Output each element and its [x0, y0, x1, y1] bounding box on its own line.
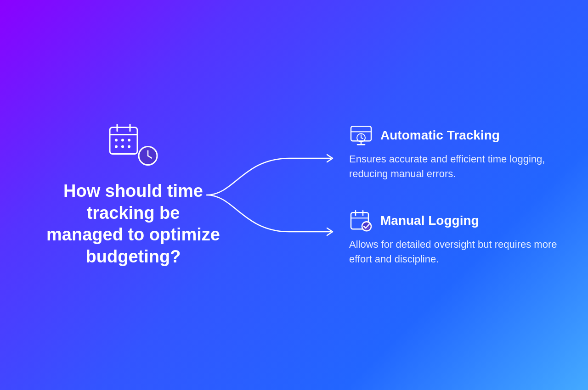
manual-calendar-icon — [349, 209, 373, 233]
question-text: How should time tracking be managed to o… — [46, 180, 220, 267]
connector-arrows — [198, 122, 345, 268]
auto-timer-icon — [349, 123, 373, 147]
right-panel: Automatic Tracking Ensures accurate and … — [349, 123, 560, 267]
option-manual-description: Allows for detailed oversight but requir… — [349, 237, 560, 267]
main-container: How should time tracking be managed to o… — [0, 0, 588, 390]
svg-point-4 — [115, 139, 118, 142]
option-manual: Manual Logging Allows for detailed overs… — [349, 209, 560, 267]
left-panel: How should time tracking be managed to o… — [46, 123, 220, 267]
svg-point-5 — [121, 139, 124, 142]
clock-overlay-icon — [137, 145, 158, 167]
svg-point-7 — [115, 145, 118, 148]
option-automatic-description: Ensures accurate and efficient time logg… — [349, 152, 560, 181]
option-automatic-header: Automatic Tracking — [349, 123, 560, 147]
svg-line-17 — [361, 138, 363, 139]
svg-point-8 — [121, 145, 124, 148]
option-automatic: Automatic Tracking Ensures accurate and … — [349, 123, 560, 181]
header-icon-group — [108, 123, 158, 167]
option-manual-header: Manual Logging — [349, 209, 560, 233]
option-manual-title: Manual Logging — [380, 213, 479, 228]
option-automatic-title: Automatic Tracking — [380, 128, 500, 143]
svg-point-6 — [128, 139, 130, 142]
svg-point-9 — [128, 145, 130, 148]
